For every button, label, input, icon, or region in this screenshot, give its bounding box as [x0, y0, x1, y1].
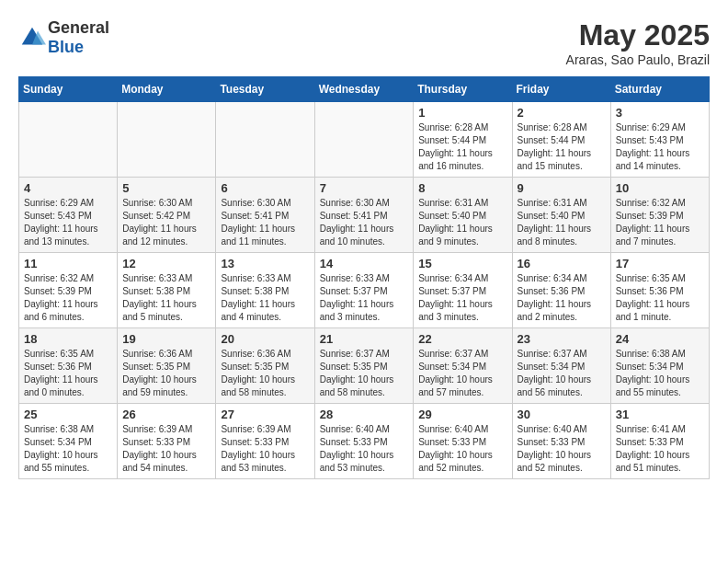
calendar-cell: 22Sunrise: 6:37 AM Sunset: 5:34 PM Dayli… [414, 328, 512, 404]
day-number: 29 [418, 408, 506, 421]
day-info: Sunrise: 6:28 AM Sunset: 5:44 PM Dayligh… [518, 121, 606, 173]
day-info: Sunrise: 6:33 AM Sunset: 5:38 PM Dayligh… [122, 272, 210, 324]
day-info: Sunrise: 6:37 AM Sunset: 5:34 PM Dayligh… [518, 348, 606, 399]
day-of-week-header: Monday [118, 77, 216, 102]
day-number: 7 [320, 181, 409, 195]
calendar-cell: 21Sunrise: 6:37 AM Sunset: 5:35 PM Dayli… [314, 328, 414, 404]
day-info: Sunrise: 6:34 AM Sunset: 5:36 PM Dayligh… [518, 272, 606, 324]
day-info: Sunrise: 6:38 AM Sunset: 5:34 PM Dayligh… [24, 423, 112, 475]
day-info: Sunrise: 6:38 AM Sunset: 5:34 PM Dayligh… [616, 348, 704, 399]
calendar-cell: 28Sunrise: 6:40 AM Sunset: 5:33 PM Dayli… [314, 404, 414, 479]
calendar-header-row: SundayMondayTuesdayWednesdayThursdayFrid… [19, 77, 710, 102]
day-number: 20 [221, 332, 309, 346]
day-info: Sunrise: 6:37 AM Sunset: 5:34 PM Dayligh… [418, 348, 506, 399]
day-of-week-header: Friday [512, 77, 610, 102]
day-number: 26 [122, 408, 210, 421]
day-info: Sunrise: 6:30 AM Sunset: 5:41 PM Dayligh… [320, 197, 409, 248]
calendar-cell: 31Sunrise: 6:41 AM Sunset: 5:33 PM Dayli… [610, 404, 709, 479]
calendar-cell: 12Sunrise: 6:33 AM Sunset: 5:38 PM Dayli… [118, 253, 216, 328]
day-of-week-header: Tuesday [216, 77, 314, 102]
day-number: 27 [221, 408, 309, 421]
calendar-cell: 11Sunrise: 6:32 AM Sunset: 5:39 PM Dayli… [19, 253, 118, 328]
day-number: 16 [518, 257, 606, 270]
day-number: 18 [24, 332, 112, 346]
day-number: 10 [616, 181, 704, 195]
calendar-cell: 16Sunrise: 6:34 AM Sunset: 5:36 PM Dayli… [512, 253, 610, 328]
calendar-cell: 25Sunrise: 6:38 AM Sunset: 5:34 PM Dayli… [19, 404, 118, 479]
day-number: 9 [518, 181, 606, 195]
location-title: Araras, Sao Paulo, Brazil [566, 52, 710, 67]
day-info: Sunrise: 6:32 AM Sunset: 5:39 PM Dayligh… [24, 272, 112, 324]
day-info: Sunrise: 6:31 AM Sunset: 5:40 PM Dayligh… [518, 197, 606, 248]
calendar-cell: 4Sunrise: 6:29 AM Sunset: 5:43 PM Daylig… [19, 178, 118, 253]
day-info: Sunrise: 6:37 AM Sunset: 5:35 PM Dayligh… [320, 348, 409, 399]
day-of-week-header: Sunday [19, 77, 118, 102]
day-info: Sunrise: 6:33 AM Sunset: 5:37 PM Dayligh… [320, 272, 409, 324]
calendar-cell: 20Sunrise: 6:36 AM Sunset: 5:35 PM Dayli… [216, 328, 314, 404]
calendar-cell: 2Sunrise: 6:28 AM Sunset: 5:44 PM Daylig… [512, 102, 610, 178]
calendar-cell: 18Sunrise: 6:35 AM Sunset: 5:36 PM Dayli… [19, 328, 118, 404]
day-info: Sunrise: 6:41 AM Sunset: 5:33 PM Dayligh… [616, 423, 704, 475]
day-info: Sunrise: 6:39 AM Sunset: 5:33 PM Dayligh… [221, 423, 309, 475]
day-info: Sunrise: 6:39 AM Sunset: 5:33 PM Dayligh… [122, 423, 210, 475]
day-number: 25 [24, 408, 112, 421]
calendar-cell [216, 102, 314, 178]
day-of-week-header: Wednesday [314, 77, 414, 102]
calendar-cell [118, 102, 216, 178]
day-number: 15 [418, 257, 506, 270]
logo: General Blue [18, 18, 109, 57]
day-number: 13 [221, 257, 309, 270]
calendar-cell: 6Sunrise: 6:30 AM Sunset: 5:41 PM Daylig… [216, 178, 314, 253]
logo-blue-text: Blue [48, 38, 84, 56]
day-info: Sunrise: 6:30 AM Sunset: 5:42 PM Dayligh… [122, 197, 210, 248]
day-number: 5 [122, 181, 210, 195]
calendar-cell: 26Sunrise: 6:39 AM Sunset: 5:33 PM Dayli… [118, 404, 216, 479]
day-info: Sunrise: 6:30 AM Sunset: 5:41 PM Dayligh… [221, 197, 309, 248]
calendar-cell: 8Sunrise: 6:31 AM Sunset: 5:40 PM Daylig… [414, 178, 512, 253]
day-info: Sunrise: 6:36 AM Sunset: 5:35 PM Dayligh… [122, 348, 210, 399]
day-info: Sunrise: 6:40 AM Sunset: 5:33 PM Dayligh… [418, 423, 506, 475]
calendar-cell: 14Sunrise: 6:33 AM Sunset: 5:37 PM Dayli… [314, 253, 414, 328]
day-number: 30 [518, 408, 606, 421]
day-info: Sunrise: 6:33 AM Sunset: 5:38 PM Dayligh… [221, 272, 309, 324]
day-info: Sunrise: 6:32 AM Sunset: 5:39 PM Dayligh… [616, 197, 704, 248]
logo-icon [18, 24, 46, 52]
day-number: 31 [616, 408, 704, 421]
day-number: 6 [221, 181, 309, 195]
day-info: Sunrise: 6:40 AM Sunset: 5:33 PM Dayligh… [518, 423, 606, 475]
page-header: General Blue May 2025 Araras, Sao Paulo,… [18, 18, 710, 67]
calendar-cell: 30Sunrise: 6:40 AM Sunset: 5:33 PM Dayli… [512, 404, 610, 479]
day-of-week-header: Saturday [610, 77, 709, 102]
calendar-week-row: 4Sunrise: 6:29 AM Sunset: 5:43 PM Daylig… [19, 178, 710, 253]
month-title: May 2025 [566, 18, 710, 52]
day-number: 1 [418, 106, 506, 120]
calendar-cell [314, 102, 414, 178]
day-number: 23 [518, 332, 606, 346]
calendar-cell: 3Sunrise: 6:29 AM Sunset: 5:43 PM Daylig… [610, 102, 709, 178]
calendar-week-row: 18Sunrise: 6:35 AM Sunset: 5:36 PM Dayli… [19, 328, 710, 404]
calendar-cell: 13Sunrise: 6:33 AM Sunset: 5:38 PM Dayli… [216, 253, 314, 328]
day-info: Sunrise: 6:31 AM Sunset: 5:40 PM Dayligh… [418, 197, 506, 248]
calendar-cell: 27Sunrise: 6:39 AM Sunset: 5:33 PM Dayli… [216, 404, 314, 479]
calendar-cell: 9Sunrise: 6:31 AM Sunset: 5:40 PM Daylig… [512, 178, 610, 253]
day-number: 14 [320, 257, 409, 270]
calendar-table: SundayMondayTuesdayWednesdayThursdayFrid… [18, 76, 710, 479]
day-number: 11 [24, 257, 112, 270]
day-number: 2 [518, 106, 606, 120]
calendar-cell: 29Sunrise: 6:40 AM Sunset: 5:33 PM Dayli… [414, 404, 512, 479]
day-number: 17 [616, 257, 704, 270]
calendar-week-row: 1Sunrise: 6:28 AM Sunset: 5:44 PM Daylig… [19, 102, 710, 178]
day-info: Sunrise: 6:35 AM Sunset: 5:36 PM Dayligh… [616, 272, 704, 324]
day-info: Sunrise: 6:35 AM Sunset: 5:36 PM Dayligh… [24, 348, 112, 399]
day-number: 3 [616, 106, 704, 120]
day-info: Sunrise: 6:28 AM Sunset: 5:44 PM Dayligh… [418, 121, 506, 173]
day-number: 4 [24, 181, 112, 195]
calendar-cell: 1Sunrise: 6:28 AM Sunset: 5:44 PM Daylig… [414, 102, 512, 178]
calendar-cell: 23Sunrise: 6:37 AM Sunset: 5:34 PM Dayli… [512, 328, 610, 404]
day-info: Sunrise: 6:40 AM Sunset: 5:33 PM Dayligh… [320, 423, 409, 475]
calendar-cell: 17Sunrise: 6:35 AM Sunset: 5:36 PM Dayli… [610, 253, 709, 328]
day-number: 22 [418, 332, 506, 346]
calendar-cell [19, 102, 118, 178]
calendar-cell: 19Sunrise: 6:36 AM Sunset: 5:35 PM Dayli… [118, 328, 216, 404]
calendar-cell: 15Sunrise: 6:34 AM Sunset: 5:37 PM Dayli… [414, 253, 512, 328]
